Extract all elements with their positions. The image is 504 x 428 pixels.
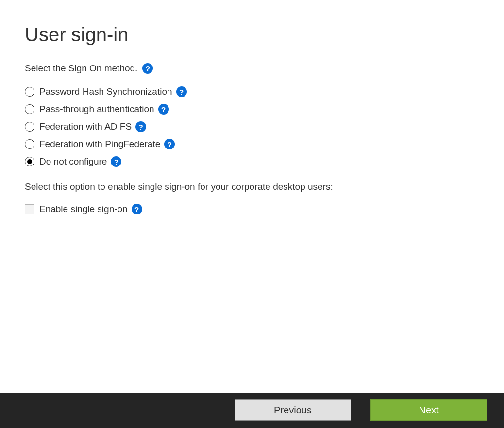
- page-title: User sign-in: [25, 24, 479, 46]
- radio-option-password-hash-sync[interactable]: Password Hash Synchronization ?: [25, 86, 479, 97]
- radio-button[interactable]: [25, 139, 34, 149]
- radio-label[interactable]: Federation with AD FS: [39, 121, 132, 132]
- subtitle-text: Select the Sign On method.: [25, 63, 137, 74]
- sso-description: Select this option to enable single sign…: [25, 181, 479, 192]
- sign-on-method-group: Password Hash Synchronization ? Pass-thr…: [25, 86, 479, 167]
- next-button[interactable]: Next: [370, 399, 487, 421]
- previous-button[interactable]: Previous: [235, 399, 351, 421]
- checkbox-label[interactable]: Enable single sign-on: [39, 204, 128, 214]
- radio-button[interactable]: [25, 122, 34, 132]
- help-icon[interactable]: ?: [135, 121, 146, 132]
- radio-option-federation-adfs[interactable]: Federation with AD FS ?: [25, 121, 479, 132]
- radio-label[interactable]: Do not configure: [39, 156, 107, 167]
- radio-label[interactable]: Federation with PingFederate: [39, 139, 160, 149]
- radio-button[interactable]: [25, 104, 34, 114]
- help-icon[interactable]: ?: [176, 86, 187, 97]
- radio-label[interactable]: Password Hash Synchronization: [39, 86, 172, 97]
- radio-option-pass-through-auth[interactable]: Pass-through authentication ?: [25, 104, 479, 115]
- radio-label[interactable]: Pass-through authentication: [39, 104, 154, 115]
- footer-bar: Previous Next: [0, 393, 504, 428]
- help-icon[interactable]: ?: [132, 204, 142, 214]
- radio-option-do-not-configure[interactable]: Do not configure ?: [25, 156, 479, 167]
- radio-option-federation-pingfederate[interactable]: Federation with PingFederate ?: [25, 139, 479, 149]
- subtitle-row: Select the Sign On method. ?: [25, 63, 479, 74]
- enable-sso-row[interactable]: Enable single sign-on ?: [25, 204, 479, 214]
- radio-button[interactable]: [25, 157, 34, 166]
- radio-button[interactable]: [25, 87, 34, 97]
- help-icon[interactable]: ?: [142, 63, 153, 74]
- checkbox[interactable]: [25, 204, 34, 214]
- help-icon[interactable]: ?: [164, 139, 175, 149]
- help-icon[interactable]: ?: [111, 156, 121, 167]
- help-icon[interactable]: ?: [158, 104, 169, 115]
- main-content: User sign-in Select the Sign On method. …: [0, 0, 504, 214]
